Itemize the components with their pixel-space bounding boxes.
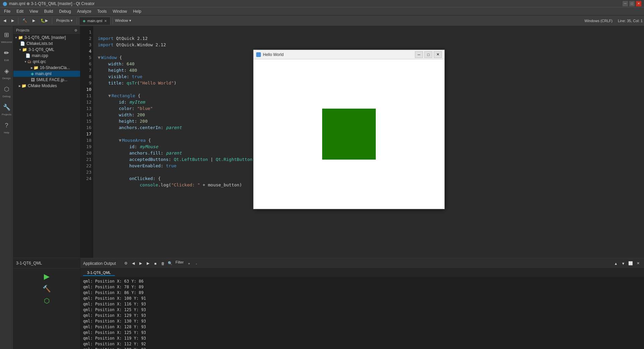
menu-edit[interactable]: Edit	[14, 8, 26, 14]
panel-down[interactable]: ▼	[620, 260, 627, 267]
close-button[interactable]: ✕	[636, 1, 641, 6]
bottom-row: 3-1-QT6_QML ▶ 🔨 ⬡ Application Output ⚙ ◀…	[0, 258, 644, 349]
sidebar-item-debug[interactable]: ⬡ Debug	[0, 82, 13, 99]
hello-maximize-button[interactable]: □	[424, 51, 432, 58]
project-selector[interactable]: Projects ▾	[54, 17, 75, 25]
tree-item-maincpp[interactable]: 📄 main.cpp	[13, 53, 80, 59]
hello-title-left: Hello World	[256, 52, 284, 57]
line-numbers: 1 2 3 4 5 6 7 8 9 10 11 12 13 14	[80, 26, 94, 258]
welcome-icon: ⊞	[1, 29, 13, 41]
application-output-panel: Application Output ⚙ ◀ ▶ ▶ ■ 🗑 🔍 Filter …	[80, 258, 644, 349]
title-bar: ⬤ main.qml ⊗ 3-1-QT6_QML [master] - Qt C…	[0, 0, 644, 7]
folder-icon: 📁	[22, 47, 27, 52]
file-tab[interactable]: ◈ main.qml ✕	[79, 17, 111, 25]
tree-item-shaders[interactable]: ▶ 📁 16-ShadersCla...	[13, 65, 80, 71]
sidebar-item-edit[interactable]: ✏ Edit	[0, 46, 13, 63]
output-line: qml: Position X: 63 Y: 86	[83, 279, 641, 284]
debug-run-button[interactable]: ⬡	[42, 295, 52, 306]
window-type-label: Window ▾	[115, 18, 131, 23]
green-rectangle[interactable]	[322, 109, 376, 160]
menu-file[interactable]: File	[1, 8, 13, 14]
line-num: 8	[82, 73, 91, 80]
folder-icon: 📁	[21, 83, 26, 88]
explorer-header: Projects ⚙	[13, 26, 80, 35]
menu-debug[interactable]: Debug	[57, 8, 74, 14]
toolbar-back[interactable]: ◀	[1, 17, 8, 25]
line-num: 11	[82, 93, 91, 99]
sidebar-item-projects[interactable]: 🔧 Projects	[0, 100, 13, 117]
tree-item-qmlqrc[interactable]: ▼ 🗂 qml.qrc	[13, 59, 80, 65]
toolbar-debug-run[interactable]: 🐛▶	[39, 17, 50, 25]
output-prev[interactable]: ◀	[130, 260, 137, 267]
window-title: main.qml ⊗ 3-1-QT6_QML [master] - Qt Cre…	[9, 1, 95, 6]
menu-build[interactable]: Build	[42, 8, 56, 14]
tree-item-cmakelists[interactable]: 📄 CMakeLists.txt	[13, 41, 80, 47]
toolbar-forward[interactable]: ▶	[9, 17, 16, 25]
line-num: 16	[82, 124, 91, 131]
menu-analyze[interactable]: Analyze	[74, 8, 94, 14]
sidebar-item-design[interactable]: ◈ Design	[0, 64, 13, 81]
tree-item-label: main.cpp	[32, 53, 48, 58]
toolbar-separator-3	[77, 17, 77, 24]
output-line: qml: Position X: 125 Y: 93	[83, 307, 641, 313]
output-next[interactable]: ▶	[137, 260, 144, 267]
tree-item-qt6-folder[interactable]: ▼ 📁 3-1-QT6_QML	[13, 47, 80, 53]
output-tab-project[interactable]: 3-1-QT6_QML	[83, 270, 115, 276]
maximize-button[interactable]: □	[629, 1, 635, 6]
line-num: 12	[82, 99, 91, 105]
line-num: 15	[82, 118, 91, 124]
collapse-arrow[interactable]: ▼	[98, 55, 100, 60]
toolbar-separator-4	[113, 17, 113, 24]
output-run[interactable]: ▶	[145, 260, 151, 267]
menu-window[interactable]: Window	[110, 8, 130, 14]
hello-minimize-button[interactable]: ─	[415, 51, 423, 58]
minimize-button[interactable]: ─	[623, 1, 628, 6]
menu-help[interactable]: Help	[130, 8, 144, 14]
hello-close-button[interactable]: ✕	[434, 51, 442, 58]
collapse-arrow[interactable]: ▼	[119, 138, 122, 143]
sidebar-item-help[interactable]: ? Help	[0, 118, 13, 135]
toolbar-run[interactable]: ▶	[30, 17, 37, 25]
run-button[interactable]: ▶	[42, 271, 52, 282]
menu-tools[interactable]: Tools	[95, 8, 110, 14]
explorer-title: Projects	[16, 28, 29, 32]
tree-item-label: main.qml	[35, 71, 52, 76]
output-stop[interactable]: ■	[152, 260, 159, 267]
panel-close[interactable]: ✕	[635, 260, 641, 267]
output-content: qml: Position X: 63 Y: 86 qml: Position …	[80, 277, 644, 349]
output-settings[interactable]: ⚙	[123, 260, 129, 267]
tree-item-label: CMake Modules	[28, 83, 57, 88]
line-num: 9	[82, 80, 91, 86]
toolbar-build[interactable]: 🔨	[20, 17, 29, 25]
file-tab-close[interactable]: ✕	[104, 19, 107, 23]
line-num: 1	[82, 29, 91, 35]
output-line: qml: Position X: 78 Y: 89	[83, 284, 641, 290]
left-sidebar: ⊞ Welcome ✏ Edit ◈ Design ⬡ Debug 🔧 Proj…	[0, 26, 13, 258]
sidebar-item-welcome[interactable]: ⊞ Welcome	[0, 27, 13, 45]
line-num: 2	[82, 35, 91, 42]
tree-item-cmake-modules[interactable]: ▶ 📁 CMake Modules	[13, 83, 80, 89]
menu-view[interactable]: View	[27, 8, 41, 14]
welcome-label: Welcome	[1, 41, 12, 44]
collapse-arrow[interactable]: ▼	[108, 93, 111, 98]
tree-item-smileface[interactable]: 🖼 SMILE FACE.jp...	[13, 77, 80, 83]
build-button[interactable]: 🔨	[42, 283, 52, 294]
panel-maximize[interactable]: ⬜	[627, 260, 634, 267]
tree-item-label: 3-1-QT6_QML [master]	[24, 35, 66, 40]
output-zoom[interactable]: 🔍	[167, 260, 173, 267]
line-num: 20	[82, 150, 91, 156]
tree-item-root[interactable]: ▼ 📁 3-1-QT6_QML [master]	[13, 35, 80, 41]
output-line: qml: Position X: 100 Y: 91	[83, 296, 641, 301]
output-remove[interactable]: -	[193, 260, 200, 267]
help-label: Help	[4, 131, 9, 134]
debug-icon: ⬡	[1, 83, 13, 95]
output-clean[interactable]: 🗑	[159, 260, 166, 267]
output-line: qml: Position X: 125 Y: 93	[83, 330, 641, 336]
line-num: 13	[82, 105, 91, 112]
explorer-filter-icon[interactable]: ⚙	[74, 28, 77, 32]
tree-item-mainqml[interactable]: ◈ main.qml	[13, 71, 80, 77]
panel-up[interactable]: ▲	[613, 260, 619, 267]
output-add[interactable]: +	[186, 260, 193, 267]
output-line: qml: Position X: 130 Y: 93	[83, 318, 641, 324]
hello-window-title: Hello World	[263, 52, 284, 57]
